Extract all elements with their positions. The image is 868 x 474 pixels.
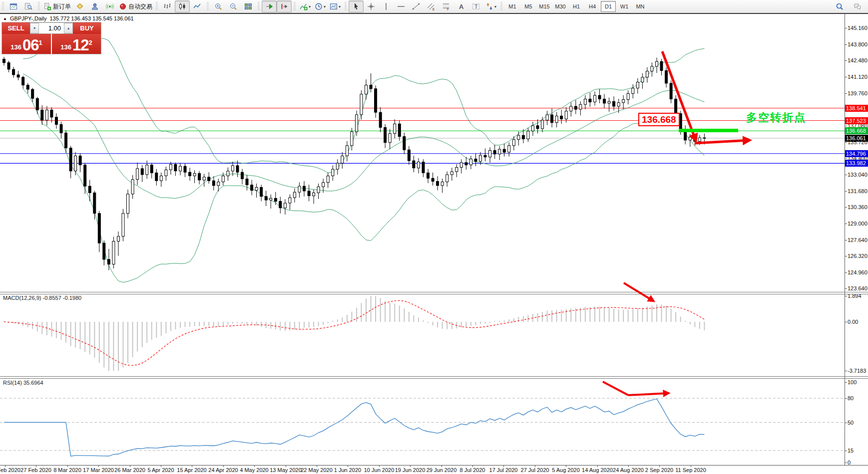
equidistant-channel-icon[interactable]: E — [424, 0, 438, 12]
terminal-icon[interactable] — [87, 0, 102, 12]
time-tick-label: 8 Jul 2020 — [460, 467, 485, 473]
cursor-icon[interactable] — [349, 0, 364, 12]
price-tick-label: 145.160 — [848, 25, 868, 31]
timeframe-h4-button[interactable]: H4 — [585, 1, 600, 12]
macd-tick-label: -3.7183 — [848, 368, 866, 374]
rsi-indicator-label: RSI(14) 35.6964 — [3, 380, 43, 386]
timeframe-d1-button[interactable]: D1 — [601, 1, 616, 12]
svg-text:T: T — [474, 3, 478, 9]
periods-icon[interactable]: ▾ — [313, 0, 328, 12]
timeframe-m5-button[interactable]: M5 — [521, 1, 536, 12]
toolbar: 新订单自动交易▾▾▾EFAT▾M1M5M15M30H1H4D1W1MN — [0, 0, 868, 14]
sell-price[interactable]: 136 06 1 — [2, 34, 51, 54]
bar-chart-icon[interactable] — [160, 0, 175, 12]
signals-icon[interactable] — [102, 0, 117, 12]
arrows-icon[interactable]: ▾ — [483, 0, 498, 12]
time-tick-label: 29 Jun 2020 — [427, 467, 457, 473]
price-tick-label: 130.360 — [848, 204, 868, 210]
price-tick-label: 143.800 — [848, 41, 868, 47]
time-tick-label: 26 Mar 2020 — [114, 467, 145, 473]
price-axis-border — [845, 14, 845, 465]
fibonacci-icon[interactable]: F — [438, 0, 453, 12]
macd-histogram — [4, 296, 704, 371]
price-tick-label: 124.960 — [848, 269, 868, 275]
time-tick-label: 10 Jun 2020 — [364, 467, 395, 473]
time-tick-label: 15 Apr 2020 — [177, 467, 206, 473]
price-tick-label: 139.760 — [848, 90, 868, 96]
rsi-level-lines — [0, 398, 845, 451]
auto-scroll-icon[interactable] — [262, 0, 277, 12]
toolbar-grip — [38, 2, 40, 11]
bollinger-bands — [23, 38, 704, 282]
toolbar-grip — [156, 2, 158, 11]
toolbar-groups: 新订单自动交易▾▾▾EFAT▾M1M5M15M30H1H4D1W1MN — [0, 0, 648, 13]
zoom-out-icon[interactable] — [226, 0, 241, 12]
tile-windows-icon[interactable] — [241, 0, 256, 12]
svg-text:E: E — [433, 7, 435, 11]
rsi-line — [4, 399, 704, 456]
macd-tick-label: 0.00 — [848, 319, 858, 325]
time-tick-label: 19 Jun 2020 — [395, 467, 426, 473]
macd-panel-separator[interactable] — [0, 292, 868, 294]
price-level-lines — [0, 108, 845, 164]
timeframe-h1-button[interactable]: H1 — [569, 1, 584, 12]
macd-indicator-label: MACD(12,26,9) -0.8557 -0.1980 — [3, 295, 81, 301]
time-tick-label: 17 Mar 2020 — [83, 467, 114, 473]
support-price-label: 136.668 — [638, 113, 680, 126]
price-badge: 136.668 — [845, 127, 868, 134]
time-tick-label: 11 Sep 2020 — [675, 467, 706, 473]
dropdown-caret-icon[interactable]: ▾ — [494, 4, 496, 9]
time-tick-label: 14 Aug 2020 — [582, 467, 613, 473]
timeframe-m1-button[interactable]: M1 — [505, 1, 520, 12]
rsi-tick-label: 15 — [848, 448, 854, 454]
dropdown-caret-icon[interactable]: ▾ — [324, 4, 326, 9]
trendline-icon[interactable] — [409, 0, 424, 12]
timeframe-m15-button[interactable]: M15 — [537, 1, 552, 12]
time-tick-label: 27 Jul 2020 — [521, 467, 549, 473]
timeframe-mn-button[interactable]: MN — [633, 1, 648, 12]
time-tick-label: 24 Aug 2020 — [613, 467, 644, 473]
collapse-triangle-icon[interactable]: ▲ — [3, 16, 7, 21]
toolbar-grip — [500, 2, 502, 11]
timeframe-w1-button[interactable]: W1 — [617, 1, 632, 12]
volume-input[interactable]: 1.00 — [39, 23, 64, 33]
toolbar-right-icons — [832, 0, 865, 13]
sell-price-main: 06 — [22, 38, 38, 52]
dropdown-caret-icon[interactable]: ▾ — [309, 4, 311, 9]
search-icon[interactable] — [832, 0, 847, 12]
buy-price[interactable]: 136 12 2 — [52, 34, 101, 54]
time-tick-label: 5 Aug 2020 — [552, 467, 580, 473]
price-tick-label: 123.640 — [848, 285, 868, 291]
text-label-icon[interactable]: T — [468, 0, 483, 12]
buy-button[interactable]: BUY — [73, 22, 101, 34]
candlestick-chart-icon[interactable] — [175, 0, 190, 12]
horizontal-line-icon[interactable] — [394, 0, 409, 12]
rsi-panel-separator[interactable] — [0, 376, 868, 379]
volume-decrease-button[interactable]: ▾ — [30, 23, 39, 33]
new-chart-icon[interactable] — [6, 0, 21, 12]
chart-area[interactable] — [0, 14, 845, 465]
templates-icon[interactable]: ▾ — [328, 0, 343, 12]
profiles-icon[interactable] — [21, 0, 36, 12]
crosshair-icon[interactable] — [364, 0, 379, 12]
vertical-line-icon[interactable] — [379, 0, 394, 12]
market-watch-icon[interactable] — [72, 0, 87, 12]
chart-shift-icon[interactable] — [277, 0, 292, 12]
text-icon[interactable]: A — [453, 0, 468, 12]
chat-icon[interactable] — [850, 0, 865, 12]
price-tick-label: 142.480 — [848, 57, 868, 63]
indicators-icon[interactable]: ▾ — [298, 0, 313, 12]
price-tick-label: 129.000 — [848, 221, 868, 227]
price-badge: 138.541 — [845, 105, 868, 112]
toolbar-button-label: 新订单 — [53, 2, 71, 11]
volume-increase-button[interactable]: ▴ — [64, 23, 73, 33]
sell-price-pip: 1 — [38, 40, 42, 45]
dropdown-caret-icon[interactable]: ▾ — [339, 4, 341, 9]
new-order-button[interactable]: 新订单 — [42, 0, 72, 12]
zoom-in-icon[interactable] — [211, 0, 226, 12]
price-tick-label: 127.640 — [848, 237, 868, 243]
timeframe-m30-button[interactable]: M30 — [553, 1, 568, 12]
sell-button[interactable]: SELL — [2, 22, 30, 34]
autotrading-button[interactable]: 自动交易 — [117, 0, 154, 12]
line-chart-icon[interactable] — [190, 0, 205, 12]
